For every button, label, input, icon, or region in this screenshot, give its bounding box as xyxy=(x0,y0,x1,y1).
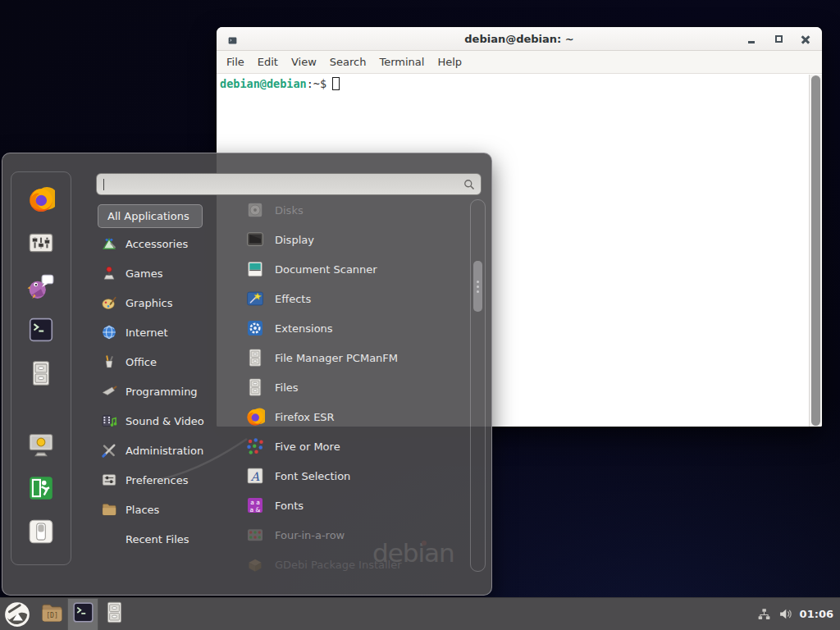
favorite-terminal[interactable] xyxy=(26,317,56,346)
log-out-button[interactable] xyxy=(26,475,56,504)
cat-preferences-icon xyxy=(101,472,117,488)
favorite-volume-mixer[interactable] xyxy=(26,230,56,259)
app-display[interactable]: Display xyxy=(239,225,470,254)
category-office[interactable]: Office xyxy=(94,347,229,377)
category-recent-files[interactable]: Recent Files xyxy=(94,524,229,554)
app-file-manager-pcmanfm[interactable]: File Manager PCManFM xyxy=(239,343,470,372)
app-firefox-esr[interactable]: Firefox ESR xyxy=(239,402,470,431)
app-label: Font Selection xyxy=(275,470,350,482)
maximize-button[interactable] xyxy=(772,33,785,46)
pidgin-icon xyxy=(27,272,55,304)
category-sound-video[interactable]: Sound & Video xyxy=(94,406,229,436)
volume-icon[interactable] xyxy=(778,607,792,621)
menu-button[interactable] xyxy=(3,600,31,628)
category-label: Office xyxy=(126,356,157,368)
app-file-manager-icon xyxy=(245,348,265,368)
terminal-menu-file[interactable]: File xyxy=(220,52,251,71)
favorites-panel xyxy=(11,171,71,565)
category-label: Games xyxy=(126,267,162,280)
app-extensions[interactable]: Extensions xyxy=(239,313,470,343)
terminal-menu-help[interactable]: Help xyxy=(431,52,468,71)
category-places[interactable]: Places xyxy=(94,495,229,524)
category-label: Sound & Video xyxy=(126,415,204,427)
terminal-icon xyxy=(71,600,95,628)
taskbar: [D] 01:06 xyxy=(0,597,840,630)
all-applications-button[interactable]: All Applications xyxy=(98,204,203,228)
terminal-menu-terminal[interactable]: Terminal xyxy=(372,52,431,71)
taskbar-terminal-window-button[interactable] xyxy=(67,598,98,630)
terminal-window-icon xyxy=(227,34,238,44)
screensaver-icon xyxy=(27,431,55,462)
app-label: Disks xyxy=(275,204,304,217)
taskbar-files-launcher[interactable] xyxy=(98,598,130,630)
terminal-titlebar[interactable]: debian@debian: ~ xyxy=(217,27,822,51)
app-effects[interactable]: Effects xyxy=(239,284,470,313)
cat-places-icon xyxy=(101,501,117,518)
prompt-user-host: debian@debian xyxy=(220,77,307,90)
app-disks-icon xyxy=(245,200,265,220)
category-label: Recent Files xyxy=(126,533,189,546)
category-label: Administration xyxy=(126,445,203,457)
app-extensions-icon xyxy=(245,318,265,338)
app-document-scanner[interactable]: Document Scanner xyxy=(239,254,470,284)
app-five-or-more[interactable]: Five or More xyxy=(239,431,470,461)
favorite-firefox[interactable] xyxy=(26,186,56,216)
app-gdebi-package-installer[interactable]: GDebi Package Installer xyxy=(239,550,470,575)
network-icon[interactable] xyxy=(757,607,771,621)
taskbar-file-manager-launcher[interactable]: [D] xyxy=(36,598,67,630)
app-files[interactable]: Files xyxy=(239,372,470,402)
shutdown-icon xyxy=(27,518,55,549)
mixer-icon xyxy=(27,229,55,260)
cat-programming-icon xyxy=(101,383,117,399)
prompt-suffix: :~$ xyxy=(307,77,326,90)
app-four-in-a-row[interactable]: Four-in-a-row xyxy=(239,520,470,550)
app-font-selection[interactable]: AFont Selection xyxy=(239,461,470,491)
category-label: Places xyxy=(126,504,159,516)
terminal-menubar: FileEditViewSearchTerminalHelp xyxy=(217,51,822,74)
app-disks[interactable]: Disks xyxy=(239,195,470,225)
app-gdebi-icon xyxy=(245,555,265,574)
cat-administration-icon xyxy=(101,442,117,459)
category-games[interactable]: Games xyxy=(94,258,229,288)
terminal-scrollbar-thumb[interactable] xyxy=(811,75,820,426)
search-input[interactable] xyxy=(102,174,463,194)
app-firefox-icon xyxy=(245,407,265,427)
app-label: Effects xyxy=(275,293,311,305)
lock-screen-button[interactable] xyxy=(26,431,56,461)
app-label: File Manager PCManFM xyxy=(275,352,398,364)
app-five-or-more-icon xyxy=(245,436,265,456)
category-internet[interactable]: Internet xyxy=(94,317,229,347)
favorite-pidgin[interactable] xyxy=(26,273,56,303)
favorite-file-manager[interactable] xyxy=(26,360,56,390)
category-graphics[interactable]: Graphics xyxy=(94,288,229,317)
cat-accessories-icon xyxy=(101,235,117,252)
close-button[interactable] xyxy=(799,33,812,46)
menu-scrollbar-track[interactable] xyxy=(470,199,486,572)
terminal-icon xyxy=(27,316,55,347)
menu-search-box[interactable] xyxy=(96,173,482,195)
cat-office-icon xyxy=(101,354,117,370)
shut-down-button[interactable] xyxy=(26,518,56,548)
clock[interactable]: 01:06 xyxy=(800,608,833,620)
terminal-menu-edit[interactable]: Edit xyxy=(251,52,285,71)
app-label: Firefox ESR xyxy=(275,411,335,423)
category-programming[interactable]: Programming xyxy=(94,377,229,406)
app-label: Four-in-a-row xyxy=(275,529,345,541)
cat-sound-video-icon xyxy=(101,413,117,429)
terminal-menu-search[interactable]: Search xyxy=(323,52,373,71)
app-label: GDebi Package Installer xyxy=(275,559,402,571)
category-administration[interactable]: Administration xyxy=(94,436,229,465)
minimize-button[interactable] xyxy=(745,33,758,46)
terminal-window-title: debian@debian: ~ xyxy=(217,33,822,45)
category-accessories[interactable]: Accessories xyxy=(94,229,229,258)
menu-scrollbar-thumb[interactable] xyxy=(473,261,482,312)
terminal-scrollbar-track[interactable] xyxy=(809,75,822,427)
app-fonts[interactable]: a aa &Fonts xyxy=(239,491,470,520)
folder-icon: [D] xyxy=(40,600,64,628)
terminal-menu-view[interactable]: View xyxy=(285,52,323,71)
category-preferences[interactable]: Preferences xyxy=(94,465,229,495)
category-label: Preferences xyxy=(126,474,188,486)
cat-graphics-icon xyxy=(101,294,117,311)
app-fonts-icon: a aa & xyxy=(245,495,265,515)
svg-text:a &: a & xyxy=(250,506,261,514)
